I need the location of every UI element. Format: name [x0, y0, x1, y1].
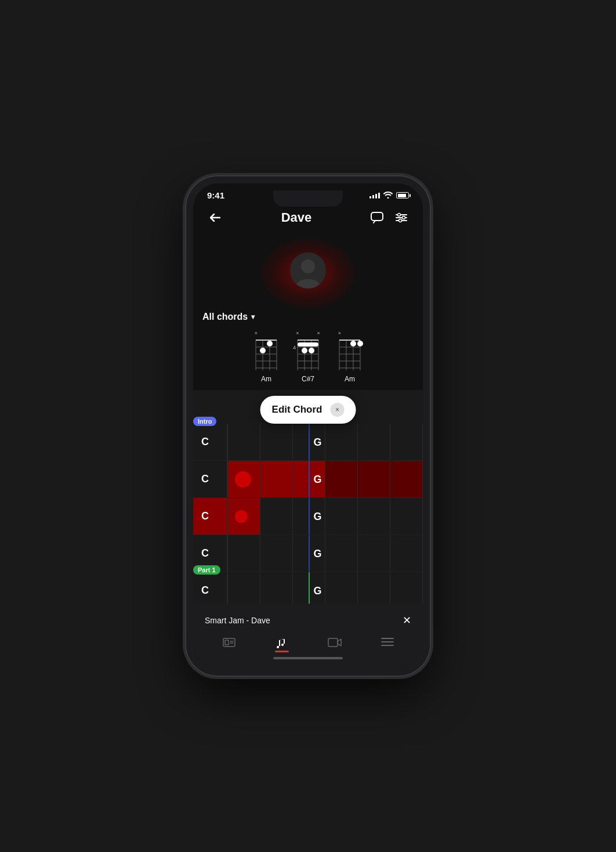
header-actions — [367, 208, 411, 228]
chord-beats-4: G — [228, 535, 423, 572]
video-icon — [328, 636, 342, 649]
tab-active-indicator — [275, 651, 289, 652]
home-indicator — [202, 652, 414, 664]
notch — [273, 190, 343, 207]
section-tag-intro: Intro — [193, 417, 216, 426]
chord-diagram-c7: × × 4 — [293, 330, 323, 383]
chord-row-3[interactable]: C G — [193, 498, 423, 535]
chord-g-label-3: G — [309, 510, 322, 522]
chevron-down-icon: ▾ — [251, 313, 255, 321]
chord-row-2[interactable]: C G — [193, 461, 423, 498]
chord-grid-svg — [251, 338, 281, 373]
chord-label-c5: Part 1 C — [193, 572, 228, 604]
status-icons — [369, 191, 409, 200]
chord-beats-1: G — [228, 424, 423, 460]
chord-diagram-am-2: × — [335, 330, 365, 383]
battery-icon — [396, 192, 409, 198]
edit-chord-popup: Edit Chord × — [260, 396, 356, 424]
comment-button[interactable] — [367, 208, 387, 228]
chord-g-label-2: G — [309, 473, 322, 485]
chord-name-am1: Am — [261, 375, 271, 383]
avatar — [290, 252, 326, 288]
section-tag-part1: Part 1 — [193, 565, 220, 575]
now-playing-bar: Smart Jam - Dave ✕ — [202, 609, 414, 631]
chord-beats-5: G — [228, 572, 423, 604]
phone-screen: 9:41 — [193, 183, 423, 669]
chord-label-c2: C — [193, 461, 228, 497]
chords-filter-label: All chords — [202, 312, 248, 322]
edit-chord-close-button[interactable]: × — [330, 403, 344, 417]
chord-beats-3: G — [228, 498, 423, 535]
chord-diagrams-section: × — [193, 326, 423, 390]
svg-rect-49 — [328, 638, 338, 647]
status-time: 9:41 — [207, 190, 224, 200]
chord-top-markers: × — [251, 330, 281, 336]
svg-point-43 — [350, 341, 356, 346]
tab-menu[interactable] — [361, 636, 414, 650]
chord-name-am2: Am — [345, 375, 355, 383]
strum-indicator-1 — [235, 471, 251, 488]
chord-name-c7: C#7 — [302, 375, 314, 383]
svg-rect-46 — [225, 640, 229, 645]
svg-point-19 — [260, 348, 266, 353]
wifi-icon — [383, 191, 393, 200]
chord-label-c3: C — [193, 498, 228, 535]
menu-icon — [381, 636, 394, 648]
back-button[interactable] — [205, 207, 226, 228]
now-playing-title: Smart Jam - Dave — [205, 616, 270, 625]
svg-text:4: 4 — [293, 345, 296, 351]
chord-grid-svg-am2 — [335, 338, 365, 373]
svg-point-8 — [301, 259, 315, 273]
chord-scroll-content: Edit Chord × Intro C G — [193, 390, 423, 604]
chord-g-label-4: G — [309, 547, 322, 559]
svg-point-6 — [399, 219, 402, 222]
tab-video[interactable] — [308, 636, 361, 650]
tab-library[interactable] — [202, 636, 255, 650]
chords-filter: All chords ▾ — [193, 308, 423, 326]
svg-point-4 — [398, 214, 401, 216]
phone-frame: 9:41 — [186, 176, 430, 676]
music-icon — [275, 636, 289, 650]
chord-diagram-am-1: × — [251, 330, 281, 383]
chord-row-1[interactable]: Intro C G — [193, 424, 423, 461]
bottom-bar: Smart Jam - Dave ✕ — [193, 604, 423, 669]
home-bar — [273, 657, 343, 659]
chord-row-4[interactable]: C G — [193, 535, 423, 572]
svg-rect-0 — [371, 212, 383, 221]
signal-icon — [369, 193, 380, 198]
chord-beats-2: G — [228, 461, 423, 497]
chord-g-label-5: G — [309, 584, 322, 597]
now-playing-close-button[interactable]: ✕ — [403, 614, 411, 627]
library-icon — [222, 636, 236, 649]
svg-point-32 — [302, 348, 307, 353]
header: Dave — [193, 204, 423, 233]
svg-point-33 — [309, 348, 314, 353]
chord-row-5[interactable]: Part 1 C G — [193, 572, 423, 604]
tab-bar — [202, 631, 414, 652]
chords-filter-button[interactable]: All chords ▾ — [202, 312, 255, 322]
strum-indicator-2 — [235, 510, 248, 523]
chord-top-markers-c7: × × — [293, 330, 323, 336]
svg-rect-31 — [298, 342, 318, 346]
edit-chord-label: Edit Chord — [272, 404, 323, 416]
tab-music[interactable] — [255, 636, 308, 650]
chord-grid-svg-c7: 4 — [293, 338, 323, 373]
chord-top-markers-am2: × — [335, 330, 365, 336]
svg-point-5 — [403, 216, 405, 219]
svg-point-20 — [267, 341, 273, 346]
chord-g-label-1: G — [309, 436, 322, 448]
chord-label-c1: Intro C — [193, 424, 228, 460]
settings-button[interactable] — [392, 208, 411, 228]
svg-point-44 — [357, 341, 363, 346]
hero-section — [193, 233, 423, 308]
page-title: Dave — [281, 210, 312, 225]
